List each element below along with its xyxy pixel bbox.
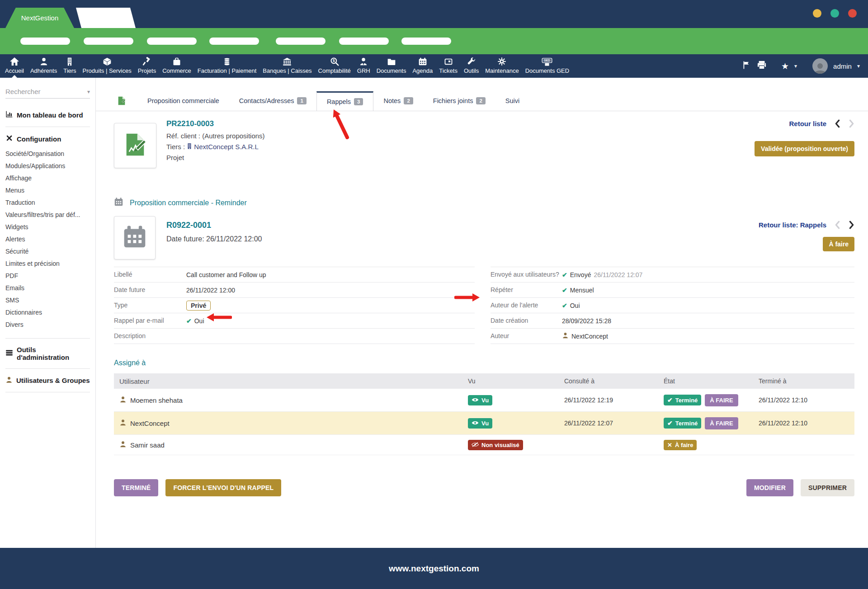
sidebar-section-configuration[interactable]: Configuration <box>5 134 90 143</box>
reminder-section-title[interactable]: Proposition commerciale - Reminder <box>130 199 247 207</box>
nav-item-projets[interactable]: Projets <box>135 54 159 78</box>
flag-icon[interactable] <box>742 61 751 71</box>
field-value: Mensuel <box>570 287 594 294</box>
nav-item-maintenance[interactable]: Maintenance <box>482 54 522 78</box>
tab-label: Fichiers joints <box>433 97 473 104</box>
nav-item-comptabilite[interactable]: $ Comptabilité <box>315 54 354 78</box>
field-row-date-future: Date future 26/11/2022 12:00 <box>114 282 475 297</box>
tiers-label: Tiers : <box>166 143 185 151</box>
eye-icon <box>472 397 479 404</box>
sidebar-section-label: Outils d'administration <box>17 346 90 361</box>
chevron-down-icon[interactable]: ▾ <box>794 63 797 69</box>
termine-button[interactable]: TERMINÉ <box>114 479 158 496</box>
nav-item-agenda[interactable]: Agenda <box>409 54 436 78</box>
nav-item-documents[interactable]: Documents <box>373 54 410 78</box>
forcer-envoi-rappel-button[interactable]: FORCER L'ENVOI D'UN RAPPEL <box>165 479 281 496</box>
document-edit-icon <box>122 132 148 160</box>
retour-liste-rappels-link[interactable]: Retour liste: Rappels <box>759 221 826 229</box>
field-label: Description <box>114 330 186 342</box>
field-row-type: Type Privé <box>114 297 475 313</box>
footer-url[interactable]: www.nextgestion.com <box>389 564 479 574</box>
a-faire-button[interactable]: À FAIRE <box>705 394 738 406</box>
field-extra: 26/11/2022 12:07 <box>594 271 642 278</box>
nav-item-tiers[interactable]: Tiers <box>60 54 79 78</box>
nav-label: Tiers <box>63 67 76 74</box>
nav-item-produits-services[interactable]: Produits | Services <box>80 54 135 78</box>
a-faire-button[interactable]: À FAIRE <box>705 417 738 429</box>
check-icon: ✔ <box>667 396 673 404</box>
termine-value: 26/11/2022 12:10 <box>759 419 854 427</box>
field-row-auteur: Auteur NextConcept <box>491 328 854 344</box>
modifier-button[interactable]: MODIFIER <box>746 479 793 496</box>
search-dollar-icon: $ <box>330 57 339 66</box>
sidebar-section-users-groups[interactable]: Utilisateurs & Groupes <box>5 376 90 385</box>
tab-notes[interactable]: Notes 2 <box>373 91 423 111</box>
tab-fichiers-joints[interactable]: Fichiers joints 2 <box>423 91 495 111</box>
tab-count-badge: 1 <box>297 97 306 104</box>
tiers-value: NextConcept S.A.R.L <box>194 143 259 151</box>
sidebar-item[interactable]: Limites et précision <box>5 258 90 270</box>
sidebar-item-dashboard[interactable]: Mon tableau de bord <box>5 110 90 119</box>
proposition-projet: Projet <box>166 154 184 161</box>
favorites-star-icon[interactable]: ★ <box>781 62 789 71</box>
coins-icon <box>222 57 231 66</box>
sidebar-item[interactable]: SMS <box>5 294 90 306</box>
chevron-right-icon[interactable] <box>849 119 854 128</box>
tab-count-badge: 3 <box>354 98 363 105</box>
sidebar-item[interactable]: Modules/Applications <box>5 160 90 172</box>
sidebar-item[interactable]: PDF <box>5 270 90 282</box>
proposition-ref-client: Réf. client : (Autres propositions) <box>166 132 265 140</box>
ticket-icon <box>444 57 453 66</box>
tab-proposition-commerciale[interactable]: Proposition commerciale <box>137 91 229 111</box>
chevron-down-icon[interactable]: ▾ <box>857 63 860 69</box>
chevron-left-icon[interactable] <box>835 119 840 128</box>
sidebar-item[interactable]: Widgets <box>5 221 90 233</box>
sidebar-section-admin-tools[interactable]: Outils d'administration <box>5 346 90 361</box>
sidebar-item[interactable]: Alertes <box>5 233 90 245</box>
window-dot-yellow[interactable] <box>813 9 821 18</box>
folder-icon <box>387 57 396 66</box>
tab-suivi[interactable]: Suivi <box>495 91 529 111</box>
printer-icon[interactable] <box>757 61 767 71</box>
sidebar-item[interactable]: Divers <box>5 319 90 331</box>
supprimer-button[interactable]: SUPPRIMER <box>801 479 854 496</box>
search-input[interactable]: Rechercher ▾ <box>5 88 90 99</box>
a-faire-gold-button[interactable]: ✕À faire <box>664 440 697 450</box>
sidebar-item[interactable]: Traduction <box>5 197 90 209</box>
chevron-left-icon[interactable] <box>835 221 840 229</box>
chevron-right-icon[interactable] <box>849 221 854 229</box>
nav-item-commerce[interactable]: Commerce <box>159 54 194 78</box>
sidebar-section-label: Utilisateurs & Groupes <box>16 377 90 384</box>
field-label: Auteur de l'alerte <box>491 299 562 311</box>
avatar[interactable] <box>812 58 828 74</box>
nextgestion-app: NextGestion Accueil Adhérents <box>0 0 868 589</box>
user-menu-label[interactable]: admin <box>833 62 852 70</box>
window-dot-teal[interactable] <box>830 9 839 18</box>
field-row-libelle: Libellé Call customer and Follow up <box>114 267 475 282</box>
retour-liste-link[interactable]: Retour liste <box>789 120 826 127</box>
tools-icon <box>5 134 13 143</box>
sidebar-item[interactable]: Emails <box>5 282 90 294</box>
nav-item-outils[interactable]: Outils <box>461 54 482 78</box>
tab-contacts-adresses[interactable]: Contacts/Adresses 1 <box>229 91 316 111</box>
nav-item-tickets[interactable]: Tickets <box>436 54 461 78</box>
person-icon <box>119 441 127 449</box>
person-icon <box>119 419 127 427</box>
nav-item-adherents[interactable]: Adhérents <box>27 54 60 78</box>
sidebar-item[interactable]: Sécurité <box>5 245 90 258</box>
nav-item-grh[interactable]: GRH <box>354 54 373 78</box>
sidebar-item[interactable]: Menus <box>5 184 90 197</box>
nav-item-facturation-paiement[interactable]: Facturation | Paiement <box>194 54 260 78</box>
tab-rappels[interactable]: Rappels 3 <box>316 91 374 111</box>
field-label: Date création <box>491 315 562 327</box>
nav-item-accueil[interactable]: Accueil <box>2 54 27 78</box>
sidebar-item[interactable]: Dictionnaires <box>5 306 90 319</box>
nav-item-documents-ged[interactable]: GED Documents GED <box>522 54 573 78</box>
proposition-status-button[interactable]: Validée (proposition ouverte) <box>755 141 854 156</box>
sidebar-item[interactable]: Société/Organisation <box>5 148 90 160</box>
nav-item-banques-caisses[interactable]: Banques | Caisses <box>259 54 315 78</box>
sidebar-item[interactable]: Valeurs/filtres/tris par déf... <box>5 209 90 221</box>
sidebar-item[interactable]: Affichage <box>5 172 90 184</box>
tiers-link[interactable]: NextConcept S.A.R.L <box>187 143 259 151</box>
window-dot-red[interactable] <box>848 9 857 18</box>
